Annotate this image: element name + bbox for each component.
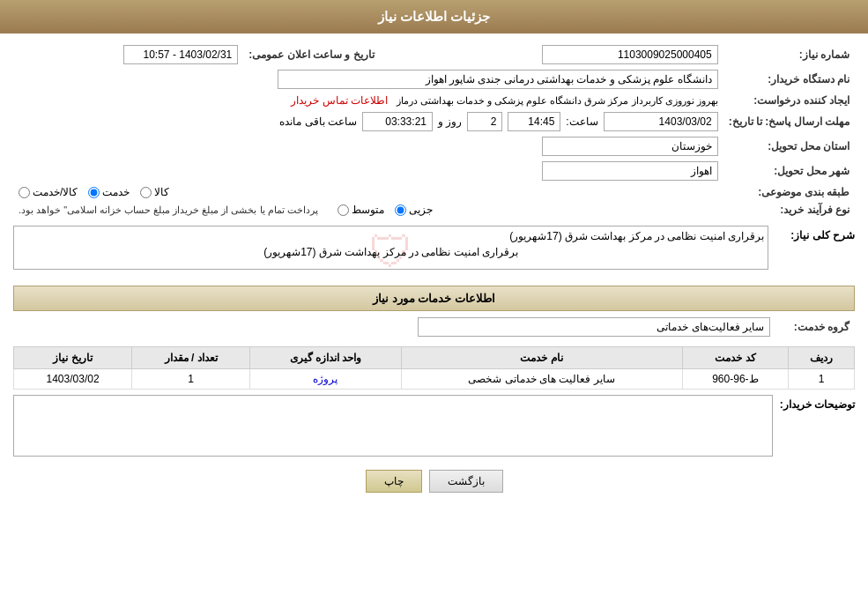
reply-deadline-row: 1403/03/02 ساعت: 14:45 2 روز و 03:33:21 …: [13, 109, 723, 134]
row-need-number: شماره نیاز: 1103009025000405 تاریخ و ساع…: [13, 42, 855, 67]
purchase-type-label: نوع فرآیند خرید:: [723, 201, 855, 219]
col-code: کد خدمت: [682, 347, 789, 369]
row-province: استان محل تحویل: خوزستان: [13, 134, 855, 159]
province-label: استان محل تحویل:: [723, 134, 855, 159]
buyer-desc-wrapper: [13, 395, 773, 459]
need-number-label: شماره نیاز:: [723, 42, 855, 67]
need-number-value: 1103009025000405: [380, 42, 723, 67]
category-radio-kala-khedmat-input[interactable]: [19, 187, 30, 198]
category-options: کالا/خدمت خدمت کالا: [13, 183, 723, 201]
table-body: 1 ط-96-960 سایر فعالیت های خدماتی شخصی پ…: [14, 369, 855, 390]
page-wrapper: جزئیات اطلاعات نیاز شماره نیاز: 11030090…: [0, 0, 868, 609]
services-section-header: اطلاعات خدمات مورد نیاز: [13, 286, 855, 311]
category-radio-khedmat[interactable]: خدمت: [88, 186, 130, 198]
announce-date-input: 1403/02/31 - 10:57: [123, 45, 238, 64]
button-bar: بازگشت چاپ: [13, 470, 855, 493]
page-title: جزئیات اطلاعات نیاز: [378, 9, 490, 24]
reply-date-input: 1403/03/02: [604, 112, 718, 131]
row-city: شهر محل تحویل: اهواز: [13, 159, 855, 183]
category-radio-khedmat-input[interactable]: [88, 187, 100, 198]
creator-label: ایجاد کننده درخواست:: [723, 92, 855, 109]
announce-date-label: تاریخ و ساعت اعلان عمومی:: [243, 42, 379, 67]
cell-row: 1: [789, 369, 855, 390]
print-button[interactable]: چاپ: [366, 470, 422, 493]
category-label: طبقه بندی موضوعی:: [723, 183, 855, 201]
purchase-type-options: پرداخت تمام یا بخشی از مبلغ خریداز مبلغ …: [13, 201, 723, 219]
need-description-textarea[interactable]: [13, 226, 768, 270]
reply-days-input: 2: [467, 112, 502, 131]
buyer-desc-textarea[interactable]: [13, 395, 773, 457]
category-label-kala-khedmat: کالا/خدمت: [33, 186, 78, 198]
purchase-label-medium: متوسط: [352, 204, 384, 216]
info-table: شماره نیاز: 1103009025000405 تاریخ و ساع…: [13, 42, 855, 219]
main-content: شماره نیاز: 1103009025000405 تاریخ و ساع…: [0, 33, 868, 509]
cell-date: 1403/03/02: [14, 369, 132, 390]
buyer-desc-section: توضیحات خریدار:: [13, 395, 855, 459]
city-value: اهواز: [13, 159, 723, 183]
purchase-radio-medium-input[interactable]: [338, 204, 349, 216]
row-category: طبقه بندی موضوعی: کالا/خدمت خدمت کالا: [13, 183, 855, 201]
province-value: خوزستان: [13, 134, 723, 159]
buyer-org-input: دانشگاه علوم پزشکی و خدمات بهداشتی درمان…: [278, 70, 718, 89]
services-data-table: ردیف کد خدمت نام خدمت واحد اندازه گیری ت…: [13, 346, 855, 390]
cell-unit: پروژه: [250, 369, 402, 390]
row-buyer-org: نام دستگاه خریدار: دانشگاه علوم پزشکی و …: [13, 67, 855, 92]
table-head: ردیف کد خدمت نام خدمت واحد اندازه گیری ت…: [14, 347, 855, 369]
purchase-notice: پرداخت تمام یا بخشی از مبلغ خریداز مبلغ …: [19, 204, 318, 216]
category-radio-kala[interactable]: کالا: [140, 186, 169, 198]
category-label-kala: کالا: [154, 186, 169, 198]
category-label-khedmat: خدمت: [102, 186, 130, 198]
need-number-input: 1103009025000405: [542, 45, 718, 64]
purchase-radio-medium[interactable]: متوسط: [338, 204, 384, 216]
service-group-label: گروه خدمت:: [775, 315, 855, 339]
col-date: تاریخ نیاز: [14, 347, 132, 369]
row-creator: ایجاد کننده درخواست: بهروز نوروزی کاربرد…: [13, 92, 855, 109]
announce-date-value: 1403/02/31 - 10:57: [13, 42, 243, 67]
service-group-input: سایر فعالیت‌های خدماتی: [418, 317, 770, 337]
contact-link[interactable]: اطلاعات تماس خریدار: [291, 94, 388, 107]
row-reply-deadline: مهلت ارسال پاسخ: تا تاریخ: 1403/03/02 سا…: [13, 109, 855, 134]
reply-time-label: ساعت:: [566, 115, 597, 128]
purchase-radio-partial[interactable]: جزیی: [395, 204, 433, 216]
category-radio-kala-khedmat[interactable]: کالا/خدمت: [19, 186, 78, 198]
buyer-desc-label: توضیحات خریدار:: [780, 395, 855, 411]
table-row: 1 ط-96-960 سایر فعالیت های خدماتی شخصی پ…: [14, 369, 855, 390]
reply-days-label: روز و: [438, 115, 462, 128]
city-label: شهر محل تحویل:: [723, 159, 855, 183]
reply-remaining-input: 03:33:21: [362, 112, 433, 131]
purchase-label-partial: جزیی: [409, 204, 433, 216]
service-group-table: گروه خدمت: سایر فعالیت‌های خدماتی: [13, 315, 855, 339]
reply-time-input: 14:45: [508, 112, 560, 131]
buyer-org-label: نام دستگاه خریدار:: [723, 67, 855, 92]
creator-value: بهروز نوروزی کاربرداز مرکز شرق دانشگاه ع…: [13, 92, 723, 109]
cell-name: سایر فعالیت های خدماتی شخصی: [401, 369, 682, 390]
need-description-row: شرح کلی نیاز: برقراری امنیت نظامی در مرک…: [13, 226, 855, 279]
col-count: تعداد / مقدار: [132, 347, 250, 369]
back-button[interactable]: بازگشت: [429, 470, 503, 493]
need-description-area: برقراری امنیت نظامی در مرکز بهداشت شرق (…: [13, 226, 768, 279]
province-input: خوزستان: [542, 137, 718, 156]
page-header: جزئیات اطلاعات نیاز: [0, 0, 868, 33]
category-radio-group: کالا/خدمت خدمت کالا: [19, 186, 718, 198]
buyer-org-value: دانشگاه علوم پزشکی و خدمات بهداشتی درمان…: [13, 67, 723, 92]
row-purchase-type: نوع فرآیند خرید: پرداخت تمام یا بخشی از …: [13, 201, 855, 219]
reply-deadline-label: مهلت ارسال پاسخ: تا تاریخ:: [723, 109, 855, 134]
row-service-group: گروه خدمت: سایر فعالیت‌های خدماتی: [13, 315, 855, 339]
service-group-value: سایر فعالیت‌های خدماتی: [13, 315, 775, 339]
reply-remaining-label: ساعت باقی مانده: [279, 115, 357, 128]
need-description-label: شرح کلی نیاز:: [775, 226, 855, 241]
category-radio-kala-input[interactable]: [140, 187, 152, 198]
cell-count: 1: [132, 369, 250, 390]
table-header-row: ردیف کد خدمت نام خدمت واحد اندازه گیری ت…: [14, 347, 855, 369]
col-name: نام خدمت: [401, 347, 682, 369]
cell-code: ط-96-960: [682, 369, 789, 390]
col-row: ردیف: [789, 347, 855, 369]
creator-text: بهروز نوروزی کاربرداز مرکز شرق دانشگاه ع…: [397, 95, 718, 106]
time-row: 1403/03/02 ساعت: 14:45 2 روز و 03:33:21 …: [19, 112, 718, 131]
purchase-radio-partial-input[interactable]: [395, 204, 406, 216]
col-unit: واحد اندازه گیری: [250, 347, 402, 369]
city-input: اهواز: [542, 161, 718, 181]
purchase-radio-group: پرداخت تمام یا بخشی از مبلغ خریداز مبلغ …: [19, 204, 718, 216]
